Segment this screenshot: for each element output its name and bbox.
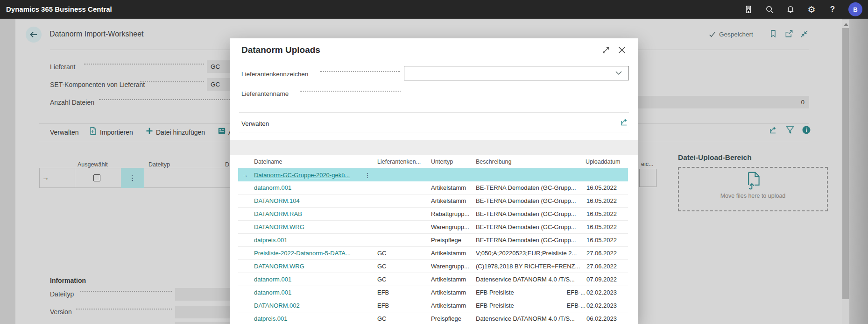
row-menu-icon[interactable]: ⋮ (364, 172, 371, 179)
untertyp-cell: Artikelstamm (427, 184, 472, 191)
beschreibung-text: BE-TERNA Demodaten (GC-Grupp... (476, 210, 576, 217)
dialog-title: Datanorm Uploads (241, 45, 320, 55)
beschreibung-text: BE-TERNA Demodaten (GC-Grupp... (476, 237, 576, 244)
file-link[interactable]: DATANORM.WRG (254, 223, 365, 230)
table-row[interactable]: datanorm.001ArtikelstammBE-TERNA Demodat… (238, 181, 628, 194)
file-name-cell: DATANORM.RAB (254, 210, 374, 217)
column-header-lieferantenkennzeichen[interactable]: Lieferantenken... (374, 158, 427, 168)
beschreibung-text: BE-TERNA Demodaten (GC-Grupp... (476, 184, 576, 191)
file-link[interactable]: Preisliste-2022-Datanorm-5-DATA... (254, 250, 365, 257)
avatar-initial: B (853, 6, 857, 13)
table-row[interactable]: DATANORM.RABRabattgrupp...BE-TERNA Demod… (238, 208, 628, 221)
beschreibung-cell: EFB PreislisteEFB-... (472, 289, 586, 296)
file-link[interactable]: datanorm.001 (254, 276, 365, 283)
settings-gear-icon[interactable]: ⚙ (806, 4, 817, 14)
beschreibung-cell: BE-TERNA Demodaten (GC-Grupp... (472, 210, 586, 217)
untertyp-cell: Artikelstamm (427, 276, 472, 283)
app-canvas: Dynamics 365 Business Central ⚙ (0, 0, 868, 324)
lieferantenname-label: Lieferantenname (241, 90, 289, 97)
column-header-uploaddatum[interactable]: Uploaddatum (586, 158, 628, 168)
file-link[interactable]: datpreis.001 (254, 237, 365, 244)
beschreibung-cell: Datenservice DATANORM 4.0 /T/S... (472, 276, 586, 283)
beschreibung-cell: BE-TERNA Demodaten (GC-Grupp... (472, 184, 586, 191)
file-link[interactable]: DATANORM.002 (254, 302, 365, 309)
beschreibung-text: EFB Preisliste (476, 289, 514, 296)
uploaddatum-cell: 27.06.2022 (586, 263, 628, 270)
file-link[interactable]: datanorm.001 (254, 289, 365, 296)
table-row[interactable]: DATANORM.104ArtikelstammBE-TERNA Demodat… (238, 194, 628, 208)
help-icon[interactable]: ? (827, 4, 838, 14)
uploaddatum-cell: 02.02.2023 (586, 302, 628, 309)
file-link[interactable]: datanorm.001 (254, 184, 365, 191)
uploaddatum-cell: 06.02.2023 (586, 315, 628, 322)
untertyp-cell: Artikelstamm (427, 289, 472, 296)
uploaddatum-cell: 02.02.2023 (586, 289, 628, 296)
gear-glyph: ⚙ (807, 4, 815, 15)
file-name-cell: DATANORM.WRG (254, 223, 374, 230)
file-name-cell: datanorm.001 (254, 276, 374, 283)
beschreibung-text: BE-TERNA Demodaten (GC-Grupp... (476, 197, 576, 204)
file-link[interactable]: DATANORM.RAB (254, 210, 365, 217)
file-name-cell: DATANORM.002 (254, 302, 374, 309)
file-link[interactable]: DATANORM.WRG (254, 263, 365, 270)
table-row[interactable]: →Datanorm-GC-Gruppe-2020-gekü...⋮ (238, 168, 628, 181)
notifications-icon[interactable] (785, 4, 796, 14)
table-row[interactable]: datanorm.001GCArtikelstammDatenservice D… (238, 273, 628, 286)
uploaddatum-cell: 16.05.2022 (586, 184, 628, 191)
beschreibung-text: EFB Preisliste (476, 302, 514, 309)
chevron-down-icon[interactable] (615, 71, 622, 75)
app-title: Dynamics 365 Business Central (6, 0, 112, 19)
file-link[interactable]: Datanorm-GC-Gruppe-2020-gekü... (254, 172, 365, 179)
share-icon[interactable] (619, 117, 628, 127)
beschreibung-text: (C)1978,2018 BY RICHTER+FRENZ... (476, 263, 580, 270)
untertyp-cell: Preispflege (427, 315, 472, 322)
top-bar: Dynamics 365 Business Central ⚙ (0, 0, 868, 19)
beschreibung-cell: BE-TERNA Demodaten (GC-Grupp... (472, 237, 586, 244)
search-icon[interactable] (764, 4, 775, 14)
table-row[interactable]: datpreis.001GCPreispflegeDatenservice DA… (238, 312, 628, 324)
file-name-cell: datpreis.001 (254, 315, 374, 322)
uploaddatum-cell: 07.09.2022 (586, 276, 628, 283)
expand-dialog-icon[interactable] (601, 46, 611, 55)
file-link[interactable]: datpreis.001 (254, 315, 365, 322)
dotted-leader (300, 91, 401, 92)
beschreibung-cell: Datenservice DATANORM 4.0 /T/S... (472, 315, 586, 322)
file-name-cell: DATANORM.WRG (254, 263, 374, 270)
beschreibung-text: V;050;A;20220523;EUR;Preisliste 2... (476, 250, 577, 257)
table-row[interactable]: DATANORM.WRGWarengrupp...BE-TERNA Demoda… (238, 221, 628, 234)
table-row[interactable]: DATANORM.002EFBArtikelstammEFB Preislist… (238, 299, 628, 312)
file-name-cell: DATANORM.104 (254, 197, 374, 204)
uploaddatum-cell: 16.05.2022 (586, 210, 628, 217)
table-row[interactable]: DATANORM.WRGGCWarengrupp...(C)1978,2018 … (238, 260, 628, 273)
verwalten-menu[interactable]: Verwalten (241, 120, 269, 127)
close-dialog-icon[interactable] (617, 45, 627, 55)
table-row[interactable]: datpreis.001PreispflegeBE-TERNA Demodate… (238, 234, 628, 247)
beschreibung-extra-text: EFB-... (564, 302, 586, 309)
file-link[interactable]: DATANORM.104 (254, 197, 365, 204)
lieferant-cell: GC (374, 250, 427, 257)
file-name-cell: datpreis.001 (254, 237, 374, 244)
table-row[interactable]: Preisliste-2022-Datanorm-5-DATA...GCArti… (238, 247, 628, 260)
uploaddatum-cell: 16.05.2022 (586, 197, 628, 204)
untertyp-cell: Warengrupp... (427, 263, 472, 270)
lieferant-cell: GC (374, 263, 427, 270)
kennzeichen-combobox[interactable] (404, 66, 629, 80)
lieferant-cell: GC (374, 276, 427, 283)
table-row[interactable]: datanorm.001EFBArtikelstammEFB Preislist… (238, 286, 628, 299)
column-header-untertyp[interactable]: Untertyp (427, 158, 472, 168)
file-name-cell: Preisliste-2022-Datanorm-5-DATA... (254, 250, 374, 257)
table-margin-band (230, 140, 638, 155)
untertyp-cell: Artikelstamm (427, 250, 472, 257)
beschreibung-cell: (C)1978,2018 BY RICHTER+FRENZ... (472, 263, 586, 270)
divider (239, 132, 629, 132)
beschreibung-text: BE-TERNA Demodaten (GC-Grupp... (476, 223, 576, 230)
beschreibung-cell: V;050;A;20220523;EUR;Preisliste 2... (472, 250, 586, 257)
column-header-beschreibung[interactable]: Beschreibung (472, 158, 586, 168)
datanorm-uploads-dialog: Datanorm Uploads Lieferantenkennzeichen … (230, 38, 638, 324)
untertyp-cell: Warengrupp... (427, 223, 472, 230)
divider (239, 112, 629, 113)
user-avatar[interactable]: B (848, 2, 862, 16)
company-icon[interactable] (743, 4, 754, 14)
column-header-dateiname[interactable]: Dateiname (254, 158, 374, 168)
file-name-cell: datanorm.001 (254, 289, 374, 296)
